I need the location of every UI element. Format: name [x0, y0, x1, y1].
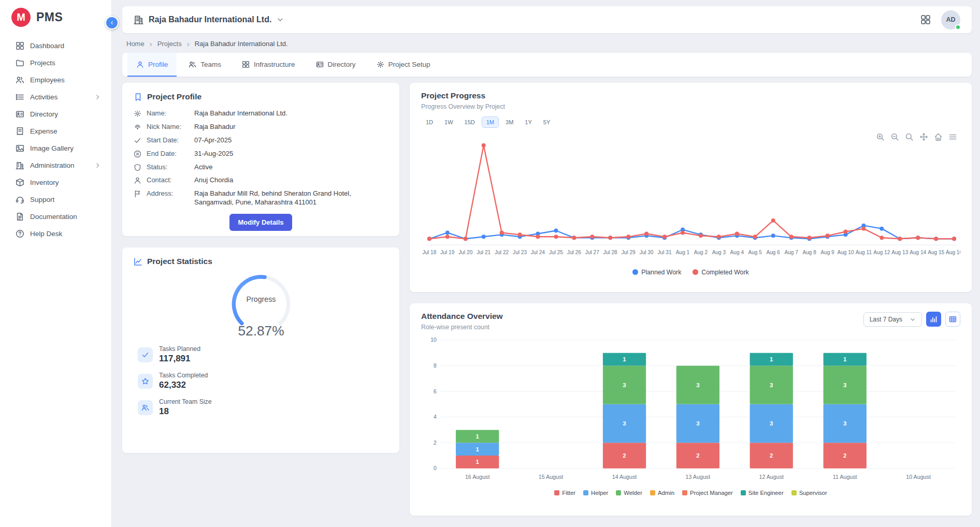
svg-text:2: 2	[623, 452, 626, 459]
svg-text:Aug 6: Aug 6	[767, 250, 781, 255]
tab-profile[interactable]: Profile	[127, 53, 177, 77]
profile-field-address: Address:Raja Bahadur Mill Rd, behind She…	[134, 189, 388, 207]
sidebar-item-directory[interactable]: Directory	[0, 106, 111, 123]
line-chart: Jul 18Jul 19Jul 20Jul 21Jul 22Jul 23Jul …	[421, 130, 960, 268]
range-1m[interactable]: 1M	[482, 116, 499, 128]
sidebar-item-inventory[interactable]: Inventory	[0, 174, 111, 191]
modify-details-button[interactable]: Modify Details	[229, 214, 292, 231]
company-name: Raja Bahadur International Ltd.	[149, 15, 271, 24]
directory-icon	[316, 61, 324, 68]
legend-completed-work[interactable]: Completed Work	[693, 269, 748, 276]
progress-gauge: Progress52.87%	[134, 268, 388, 341]
breadcrumb-item-projects[interactable]: Projects	[157, 40, 182, 48]
field-value: Anuj Chordia	[194, 176, 233, 185]
range-1d[interactable]: 1D	[421, 116, 438, 128]
range-15d[interactable]: 15D	[460, 116, 480, 128]
legend-helper[interactable]: Helper	[583, 490, 608, 496]
fingerprint-icon	[134, 123, 141, 131]
svg-text:Aug 7: Aug 7	[784, 250, 798, 255]
sidebar-item-expense[interactable]: Expense	[0, 123, 111, 140]
tab-infrastructure[interactable]: Infrastructure	[233, 53, 304, 77]
brand[interactable]: M PMS	[0, 0, 111, 37]
user-icon	[136, 61, 144, 68]
sidebar-item-administration[interactable]: Administration	[0, 157, 111, 174]
tab-teams[interactable]: Teams	[180, 53, 230, 77]
profile-fields: Name:Raja Bahadur International Ltd.Nick…	[134, 109, 388, 207]
table-view-toggle[interactable]	[945, 312, 960, 327]
attendance-overview-card: Attendance Overview Role-wise present co…	[410, 303, 972, 516]
sidebar-item-image-gallery[interactable]: Image Gallery	[0, 140, 111, 157]
breadcrumb-item-home[interactable]: Home	[126, 40, 145, 48]
sidebar-item-activities[interactable]: Activities	[0, 89, 111, 106]
project-profile-card: Project Profile Name:Raja Bahadur Intern…	[122, 83, 399, 236]
range-1y[interactable]: 1Y	[520, 116, 536, 128]
svg-text:1: 1	[843, 356, 847, 362]
tab-directory[interactable]: Directory	[307, 53, 365, 77]
sidebar-item-employees[interactable]: Employees	[0, 71, 111, 89]
statistics-card-title: Project Statistics	[134, 257, 388, 266]
sidebar-item-label: Administration	[30, 162, 75, 169]
apps-icon[interactable]	[920, 14, 931, 25]
main: Raja Bahadur International Ltd. AD Home›…	[112, 0, 980, 527]
svg-text:1: 1	[475, 459, 479, 465]
sidebar-collapse-button[interactable]: ‹	[105, 16, 119, 30]
project-progress-card: Project Progress Progress Overview by Pr…	[410, 83, 972, 292]
legend-fitter[interactable]: Fitter	[554, 490, 575, 496]
shield-icon	[134, 164, 141, 171]
users-icon	[138, 400, 153, 415]
bar-legend: FitterHelperWelderAdminProject ManagerSi…	[421, 490, 960, 496]
field-label: Name:	[147, 109, 189, 118]
profile-field-contact: Contact:Anuj Chordia	[134, 176, 388, 185]
svg-text:6: 6	[434, 389, 437, 394]
legend-planned-work[interactable]: Planned Work	[632, 269, 681, 276]
sidebar-item-projects[interactable]: Projects	[0, 54, 111, 71]
date-range-select[interactable]: Last 7 Days	[863, 312, 922, 327]
svg-text:10 August: 10 August	[906, 474, 931, 480]
sidebar-item-label: Dashboard	[30, 42, 64, 50]
sidebar-item-dashboard[interactable]: Dashboard	[0, 37, 111, 54]
brand-logo: M	[11, 8, 31, 27]
selection-zoom-icon[interactable]	[905, 133, 914, 141]
svg-text:Aug 11: Aug 11	[856, 250, 872, 255]
svg-text:Aug 13: Aug 13	[891, 250, 908, 255]
chevron-down-icon	[277, 16, 284, 23]
zoom-in-icon[interactable]	[876, 133, 885, 141]
stat-tasks-planned: Tasks Planned117,891	[138, 345, 388, 364]
svg-text:2: 2	[434, 440, 437, 446]
range-3m[interactable]: 3M	[501, 116, 518, 128]
legend-site-engineer[interactable]: Site Engineer	[741, 490, 784, 496]
gear-icon	[377, 61, 384, 68]
field-value: Raja Bahadur International Ltd.	[194, 109, 287, 118]
svg-text:Jul 21: Jul 21	[477, 250, 491, 255]
legend-project-manager[interactable]: Project Manager	[682, 490, 733, 496]
svg-text:Aug 5: Aug 5	[748, 250, 762, 255]
range-1w[interactable]: 1W	[440, 116, 458, 128]
profile-card-title: Project Profile	[134, 92, 388, 101]
sidebar-item-documentation[interactable]: Documentation	[0, 208, 111, 225]
brand-name: PMS	[36, 10, 63, 24]
pan-icon[interactable]	[919, 133, 928, 141]
company-selector[interactable]: Raja Bahadur International Ltd.	[134, 15, 284, 25]
field-label: Nick Name:	[147, 123, 189, 131]
sidebar: M PMS DashboardProjectsEmployeesActiviti…	[0, 0, 112, 527]
tab-project-setup[interactable]: Project Setup	[368, 53, 439, 77]
directory-icon	[16, 110, 24, 119]
tab-label: Project Setup	[388, 61, 430, 68]
sidebar-item-support[interactable]: Support	[0, 191, 111, 208]
avatar[interactable]: AD	[941, 10, 960, 30]
legend-admin[interactable]: Admin	[650, 490, 674, 496]
legend-welder[interactable]: Welder	[616, 490, 642, 496]
breadcrumb-item-raja-bahadur-international-ltd[interactable]: Raja Bahadur International Ltd.	[195, 40, 288, 48]
svg-text:Jul 20: Jul 20	[458, 250, 472, 255]
svg-text:3: 3	[696, 382, 699, 388]
chart-view-toggle[interactable]	[926, 312, 941, 327]
topbar-right: AD	[920, 10, 960, 30]
profile-field-start-date: Start Date:07-Apr-2025	[134, 136, 388, 145]
sidebar-item-help-desk[interactable]: Help Desk	[0, 225, 111, 242]
legend-supervisor[interactable]: Supervisor	[791, 490, 827, 496]
menu-icon[interactable]	[948, 133, 957, 141]
home-icon[interactable]	[934, 133, 943, 141]
range-5y[interactable]: 5Y	[539, 116, 555, 128]
zoom-out-icon[interactable]	[890, 133, 899, 141]
svg-text:2: 2	[770, 452, 773, 459]
